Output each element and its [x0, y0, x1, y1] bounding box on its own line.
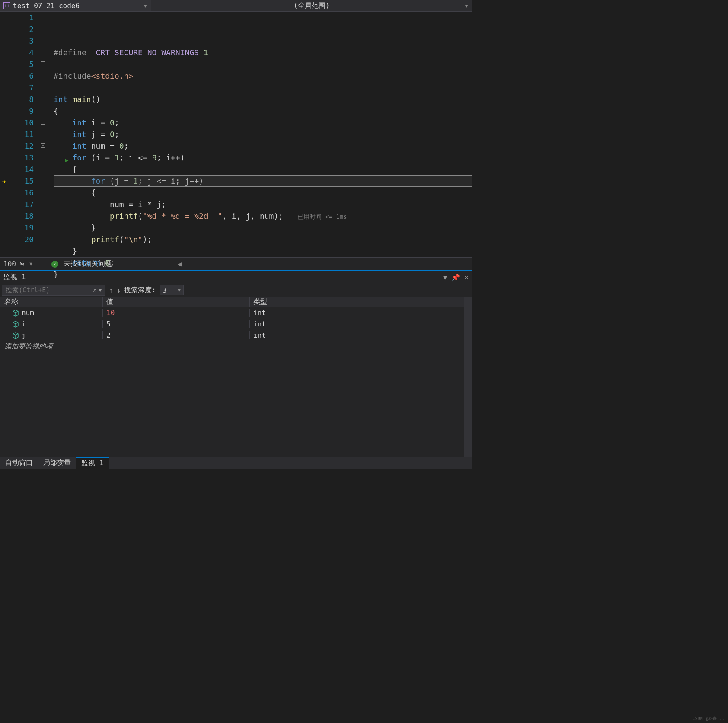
var-value[interactable]: 5	[103, 320, 250, 328]
watch-panel: 监视 1 ▼ 📌 ✕ ⌕ ▼ ↑ ↓ 搜索深度: 3 ▼ 名称 值 类型 num…	[0, 270, 472, 469]
depth-label: 搜索深度:	[124, 286, 156, 295]
watch-row[interactable]: j2int	[0, 330, 464, 341]
watch-row[interactable]: i5int	[0, 319, 464, 330]
add-watch-row[interactable]: 添加要监视的项	[0, 341, 464, 352]
fold-toggle[interactable]: −	[41, 61, 45, 66]
depth-dropdown[interactable]: 3 ▼	[160, 285, 184, 295]
breakpoint-gutter[interactable]: ➜	[0, 12, 10, 257]
zoom-level[interactable]: 100 %	[3, 260, 24, 268]
var-name: num	[22, 309, 34, 317]
current-line-arrow-icon: ➜	[2, 178, 6, 186]
nav-up-icon[interactable]: ↑	[109, 286, 113, 294]
search-input[interactable]	[6, 286, 93, 294]
var-type: int	[250, 331, 464, 339]
cpp-file-icon: ++	[3, 2, 10, 9]
tab-watch[interactable]: 监视 1	[76, 457, 109, 469]
watch-row[interactable]: num10int	[0, 307, 464, 319]
file-dropdown[interactable]: ++ test_07_21_code6 ▾	[0, 0, 151, 11]
file-name: test_07_21_code6	[13, 2, 143, 10]
code-content[interactable]: #define _CRT_SECURE_NO_WARNINGS 1#includ…	[54, 12, 472, 257]
scope-dropdown[interactable]: (全局范围) ▾	[151, 0, 472, 11]
tab-locals[interactable]: 局部变量	[38, 457, 76, 469]
fold-gutter[interactable]: − − − ▶	[39, 12, 54, 257]
scope-label: (全局范围)	[294, 1, 329, 10]
var-value[interactable]: 2	[103, 331, 250, 339]
chevron-down-icon[interactable]: ▼	[29, 261, 32, 267]
chevron-down-icon[interactable]: ▾	[464, 2, 469, 10]
chevron-down-icon: ▼	[178, 288, 181, 293]
var-value[interactable]: 10	[103, 309, 250, 317]
watch-toolbar: ⌕ ▼ ↑ ↓ 搜索深度: 3 ▼	[0, 283, 472, 297]
search-icon[interactable]: ⌕	[93, 286, 97, 294]
variable-icon	[12, 310, 19, 317]
code-editor[interactable]: ➜ 1234567891011121314151617181920 − − − …	[0, 12, 472, 257]
variable-icon	[12, 332, 19, 339]
nav-down-icon[interactable]: ↓	[117, 286, 121, 294]
var-type: int	[250, 309, 464, 317]
depth-value: 3	[163, 286, 167, 294]
watch-table-header: 名称 值 类型	[0, 297, 464, 307]
var-type: int	[250, 320, 464, 328]
col-header-name[interactable]: 名称	[0, 297, 103, 307]
editor-top-bar: ++ test_07_21_code6 ▾ (全局范围) ▾	[0, 0, 472, 12]
col-header-value[interactable]: 值	[103, 297, 250, 307]
col-header-type[interactable]: 类型	[250, 297, 464, 307]
chevron-down-icon[interactable]: ▼	[99, 288, 102, 293]
tab-autos[interactable]: 自动窗口	[0, 457, 38, 469]
line-number-gutter: 1234567891011121314151617181920	[10, 12, 39, 257]
watch-panel-title: 监视 1	[3, 273, 26, 282]
variable-icon	[12, 321, 19, 328]
chevron-down-icon[interactable]: ▾	[143, 2, 147, 10]
scrollbar[interactable]	[464, 297, 472, 457]
var-name: j	[22, 331, 26, 339]
var-name: i	[22, 320, 26, 328]
bottom-tab-bar: 自动窗口 局部变量 监视 1	[0, 457, 472, 469]
watch-table: 名称 值 类型 num10inti5intj2int 添加要监视的项	[0, 297, 472, 457]
watch-search-box[interactable]: ⌕ ▼	[2, 285, 105, 296]
